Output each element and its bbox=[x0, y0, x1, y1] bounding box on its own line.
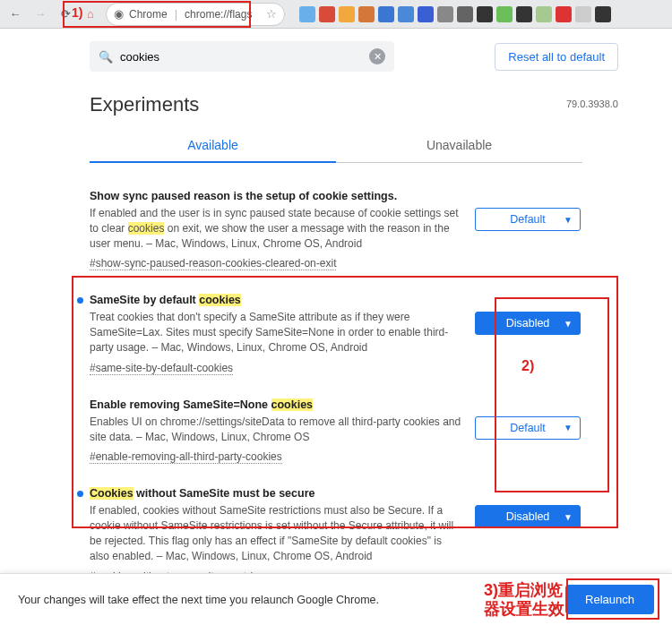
relaunch-footer: Your changes will take effect the next t… bbox=[0, 573, 672, 625]
address-prefix: Chrome bbox=[129, 8, 168, 21]
tab-bar: Available Unavailable bbox=[90, 129, 582, 163]
flag-link[interactable]: #same-site-by-default-cookies bbox=[90, 362, 233, 375]
flag-link[interactable]: #enable-removing-all-third-party-cookies bbox=[90, 450, 282, 464]
extension-icons bbox=[299, 6, 611, 22]
flag-description: If enabled, cookies without SameSite res… bbox=[90, 503, 462, 563]
chevron-down-icon: ▼ bbox=[564, 215, 573, 225]
extension-icon[interactable] bbox=[575, 6, 591, 22]
extension-icon[interactable] bbox=[536, 6, 552, 22]
back-button[interactable]: ← bbox=[5, 4, 25, 24]
forward-button[interactable]: → bbox=[30, 4, 50, 24]
annotation-label-2: 2) bbox=[521, 358, 534, 374]
flag-item: Enable removing SameSite=None cookiesEna… bbox=[90, 388, 582, 477]
flag-description: If enabled and the user is in sync pause… bbox=[90, 206, 462, 251]
chevron-down-icon: ▼ bbox=[564, 319, 573, 329]
extension-icon[interactable] bbox=[516, 6, 532, 22]
clear-search-button[interactable]: ✕ bbox=[369, 48, 385, 64]
site-info-icon[interactable]: ◉ bbox=[114, 7, 124, 21]
extension-icon[interactable] bbox=[477, 6, 493, 22]
version-label: 79.0.3938.0 bbox=[566, 98, 618, 109]
extension-icon[interactable] bbox=[358, 6, 375, 22]
search-icon: 🔍 bbox=[99, 50, 113, 64]
extension-icon[interactable] bbox=[339, 6, 355, 22]
annotation-label-1: 1) bbox=[72, 5, 82, 20]
page-content: 🔍 ✕ Reset all to default Experiments 79.… bbox=[0, 29, 672, 625]
flag-description: Treat cookies that don't specify a SameS… bbox=[90, 310, 462, 355]
address-bar[interactable]: ◉ Chrome | chrome://flags ☆ bbox=[106, 3, 285, 26]
search-input[interactable] bbox=[120, 50, 362, 64]
search-box[interactable]: 🔍 ✕ bbox=[90, 41, 394, 72]
browser-toolbar: ← → ⟳ ⌂ ◉ Chrome | chrome://flags ☆ 1) bbox=[0, 0, 672, 29]
flag-link[interactable]: #show-sync-paused-reason-cookies-cleared… bbox=[90, 257, 336, 270]
flag-title: Cookies without SameSite must be secure bbox=[90, 487, 462, 500]
flag-title: Show sync paused reason is the setup of … bbox=[90, 190, 462, 202]
flag-title: Enable removing SameSite=None cookies bbox=[90, 398, 462, 411]
footer-text: Your changes will take effect the next t… bbox=[18, 594, 379, 606]
flag-dropdown[interactable]: Default▼ bbox=[475, 208, 581, 231]
address-url: chrome://flags bbox=[185, 8, 252, 21]
annotation-label-3: 3)重启浏览 器设置生效 bbox=[484, 581, 564, 620]
extension-icon[interactable] bbox=[556, 6, 572, 22]
bookmark-star-icon[interactable]: ☆ bbox=[266, 7, 277, 21]
flag-item: SameSite by default cookiesTreat cookies… bbox=[90, 283, 582, 387]
extension-icon[interactable] bbox=[398, 6, 414, 22]
extension-icon[interactable] bbox=[299, 6, 315, 22]
tab-unavailable[interactable]: Unavailable bbox=[336, 129, 582, 163]
extension-icon[interactable] bbox=[457, 6, 473, 22]
flags-list: Show sync paused reason is the setup of … bbox=[90, 179, 582, 625]
flag-description: Enables UI on chrome://settings/siteData… bbox=[90, 415, 462, 445]
home-button[interactable]: ⌂ bbox=[81, 4, 100, 24]
chevron-down-icon: ▼ bbox=[564, 512, 573, 522]
page-title: Experiments bbox=[90, 93, 618, 116]
chevron-down-icon: ▼ bbox=[564, 423, 573, 432]
modified-dot-icon bbox=[77, 491, 83, 497]
extension-icon[interactable] bbox=[378, 6, 394, 22]
extension-icon[interactable] bbox=[319, 6, 335, 22]
flag-dropdown[interactable]: Disabled▼ bbox=[475, 505, 581, 528]
extension-icon[interactable] bbox=[418, 6, 434, 22]
flag-dropdown[interactable]: Disabled▼ bbox=[475, 312, 581, 335]
tab-available[interactable]: Available bbox=[90, 129, 336, 163]
relaunch-button[interactable]: Relaunch bbox=[565, 585, 654, 614]
extension-icon[interactable] bbox=[595, 6, 611, 22]
flag-item: Show sync paused reason is the setup of … bbox=[90, 179, 582, 283]
extension-icon[interactable] bbox=[496, 6, 513, 22]
reset-all-button[interactable]: Reset all to default bbox=[495, 43, 618, 71]
extension-icon[interactable] bbox=[437, 6, 453, 22]
flag-dropdown[interactable]: Default▼ bbox=[475, 416, 581, 440]
flag-title: SameSite by default cookies bbox=[90, 294, 462, 306]
modified-dot-icon bbox=[77, 297, 83, 304]
